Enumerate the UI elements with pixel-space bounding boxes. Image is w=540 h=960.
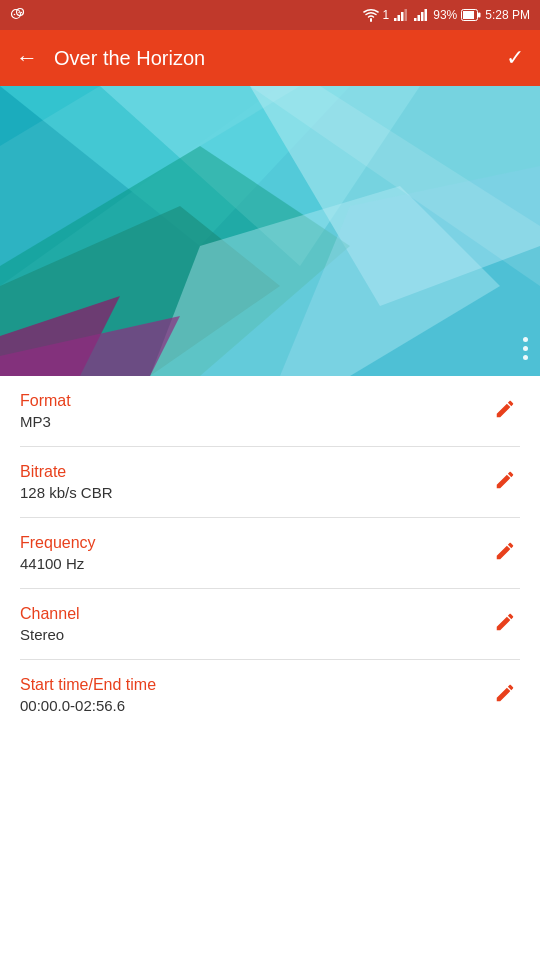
svg-rect-12 bbox=[421, 12, 424, 21]
svg-rect-9 bbox=[405, 9, 408, 21]
dot-2 bbox=[523, 346, 528, 351]
info-content-2: Frequency 44100 Hz bbox=[20, 534, 490, 572]
signal-icon bbox=[393, 8, 409, 22]
status-bar: 1 93% 5:28 PM bbox=[0, 0, 540, 30]
svg-rect-10 bbox=[414, 18, 417, 21]
info-value-3: Stereo bbox=[20, 626, 490, 643]
info-item: Channel Stereo bbox=[20, 589, 520, 660]
info-content-0: Format MP3 bbox=[20, 392, 490, 430]
info-item: Frequency 44100 Hz bbox=[20, 518, 520, 589]
sim1-indicator: 1 bbox=[383, 8, 390, 22]
svg-rect-6 bbox=[394, 18, 397, 21]
info-value-1: 128 kb/s CBR bbox=[20, 484, 490, 501]
edit-button-3[interactable] bbox=[490, 607, 520, 642]
info-list: Format MP3 Bitrate 128 kb/s CBR Frequenc… bbox=[0, 376, 540, 730]
svg-point-0 bbox=[12, 10, 21, 19]
info-label-0: Format bbox=[20, 392, 490, 410]
time: 5:28 PM bbox=[485, 8, 530, 22]
battery-icon bbox=[461, 9, 481, 21]
album-art-polygons bbox=[0, 86, 540, 376]
signal-icon-2 bbox=[413, 8, 429, 22]
svg-point-4 bbox=[18, 12, 19, 13]
confirm-button[interactable]: ✓ bbox=[506, 45, 524, 71]
svg-rect-7 bbox=[398, 15, 401, 21]
edit-button-2[interactable] bbox=[490, 536, 520, 571]
edit-button-0[interactable] bbox=[490, 394, 520, 429]
info-item: Start time/End time 00:00.0-02:56.6 bbox=[20, 660, 520, 730]
info-item: Bitrate 128 kb/s CBR bbox=[20, 447, 520, 518]
wifi-icon bbox=[363, 8, 379, 22]
info-content-4: Start time/End time 00:00.0-02:56.6 bbox=[20, 676, 490, 714]
wechat-icon bbox=[10, 7, 26, 23]
edit-button-4[interactable] bbox=[490, 678, 520, 713]
svg-point-3 bbox=[17, 14, 19, 16]
page-title: Over the Horizon bbox=[54, 47, 506, 70]
svg-rect-15 bbox=[463, 11, 474, 19]
more-options-button[interactable] bbox=[523, 337, 528, 360]
album-art-background bbox=[0, 86, 540, 376]
info-label-2: Frequency bbox=[20, 534, 490, 552]
svg-point-5 bbox=[21, 12, 22, 13]
info-label-3: Channel bbox=[20, 605, 490, 623]
edit-button-1[interactable] bbox=[490, 465, 520, 500]
dot-1 bbox=[523, 337, 528, 342]
status-icons: 1 93% 5:28 PM bbox=[363, 8, 530, 22]
info-label-1: Bitrate bbox=[20, 463, 490, 481]
info-value-4: 00:00.0-02:56.6 bbox=[20, 697, 490, 714]
back-button[interactable]: ← bbox=[16, 45, 38, 71]
info-label-4: Start time/End time bbox=[20, 676, 490, 694]
info-content-1: Bitrate 128 kb/s CBR bbox=[20, 463, 490, 501]
album-art bbox=[0, 86, 540, 376]
svg-rect-11 bbox=[418, 15, 421, 21]
info-value-2: 44100 Hz bbox=[20, 555, 490, 572]
svg-point-2 bbox=[14, 14, 16, 16]
info-value-0: MP3 bbox=[20, 413, 490, 430]
svg-rect-16 bbox=[478, 13, 481, 18]
info-content-3: Channel Stereo bbox=[20, 605, 490, 643]
battery-percentage: 93% bbox=[433, 8, 457, 22]
svg-rect-8 bbox=[401, 12, 404, 21]
top-bar: ← Over the Horizon ✓ bbox=[0, 30, 540, 86]
svg-rect-13 bbox=[425, 9, 428, 21]
status-bar-left bbox=[10, 7, 357, 23]
info-item: Format MP3 bbox=[20, 376, 520, 447]
dot-3 bbox=[523, 355, 528, 360]
